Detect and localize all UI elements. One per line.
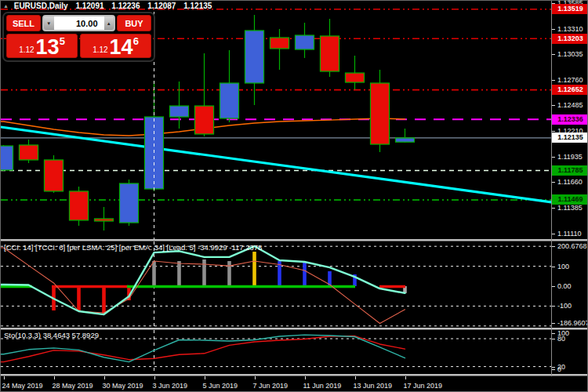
candle-11-jun-2019 xyxy=(296,23,314,58)
panel-separator[interactable] xyxy=(1,328,588,330)
candle-30-may-2019 xyxy=(95,207,114,230)
price-tick-mark xyxy=(552,208,555,209)
cci-tick-label: 0.00 xyxy=(557,282,572,290)
date-tick-label: 30 May 2019 xyxy=(103,382,143,390)
price-tick-mark xyxy=(552,234,555,234)
candle-4-jun-2019 xyxy=(170,82,189,129)
date-tick-mark xyxy=(255,376,256,379)
price-tick-mark xyxy=(552,131,555,132)
date-tick-mark xyxy=(54,376,55,379)
date-tick-mark xyxy=(154,376,155,379)
buy-price-big-figure: 1.12 xyxy=(93,45,107,54)
date-tick-mark xyxy=(405,376,406,379)
price-tick-label: 1.11110 xyxy=(557,230,582,238)
stoch-tick-mark xyxy=(552,333,555,334)
volume-input[interactable] xyxy=(54,16,104,30)
symbol-period-label: EURUSD,Daily xyxy=(14,2,68,10)
candle-5-jun-2019 xyxy=(195,53,214,136)
price-tick-label: 1.11935 xyxy=(557,153,583,161)
sell-price-pips: 13 xyxy=(36,37,60,57)
buy-button[interactable]: BUY xyxy=(117,15,151,31)
candle-12-jun-2019 xyxy=(321,19,339,77)
ohlc-high: 1.12236 xyxy=(111,2,140,10)
date-tick-mark xyxy=(205,376,205,379)
price-tick-label: 1.12760 xyxy=(557,76,583,84)
price-axis[interactable]: 1.135851.133101.130351.127601.124851.122… xyxy=(552,1,588,376)
price-tick-mark xyxy=(552,54,555,55)
price-tick-mark xyxy=(552,29,555,30)
candle-24-may-2019 xyxy=(1,145,13,171)
price-badge: 1.12135 xyxy=(552,132,588,143)
volume-increase-button[interactable]: ▲ xyxy=(104,16,114,30)
buy-price-fraction: 6 xyxy=(133,35,139,47)
candle-14-jun-2019 xyxy=(371,70,390,152)
volume-spinner: ▼ ▲ xyxy=(42,15,115,31)
candle-27-may-2019 xyxy=(20,140,38,163)
buy-price-button[interactable]: 1.12 14 6 xyxy=(80,34,151,58)
cci-tick-mark xyxy=(552,246,555,247)
stoch-tick-mark xyxy=(552,339,555,339)
date-tick-mark xyxy=(305,376,306,379)
date-tick-label: 11 Jun 2019 xyxy=(303,382,342,390)
ohlc-close: 1.12135 xyxy=(183,2,212,10)
price-tick-mark xyxy=(552,105,555,106)
sell-price-fraction: 5 xyxy=(60,35,65,47)
stoch-tick-label: 0 xyxy=(557,365,561,373)
date-tick-mark xyxy=(355,376,356,379)
date-tick-label: 7 Jun 2019 xyxy=(253,382,289,390)
cci-tick-mark xyxy=(552,267,555,267)
buy-price-pips: 14 xyxy=(110,37,133,57)
date-tick-label: 13 Jun 2019 xyxy=(354,382,393,390)
ohlc-open: 1.12091 xyxy=(75,2,103,10)
cci-tick-mark xyxy=(552,306,555,307)
date-tick-label: 5 Jun 2019 xyxy=(203,382,238,390)
price-tick-label: 1.12485 xyxy=(557,101,583,109)
volume-decrease-button[interactable]: ▼ xyxy=(44,16,54,30)
one-click-trading-widget: SELL ▼ ▲ BUY 1.12 13 5 1.12 14 6 xyxy=(2,12,155,62)
candle-7-jun-2019 xyxy=(245,15,264,105)
candle-17-jun-2019 xyxy=(396,129,415,143)
candle-6-jun-2019 xyxy=(220,50,239,122)
price-tick-mark xyxy=(552,182,555,183)
price-badge: 1.11785 xyxy=(552,165,588,176)
candle-13-jun-2019 xyxy=(346,56,365,89)
price-badge: 1.13519 xyxy=(552,4,588,14)
price-tick-label: 1.13310 xyxy=(557,25,583,33)
cci-tick-label: 200.6768 xyxy=(557,242,587,250)
price-tick-mark xyxy=(552,80,555,81)
panel-separator[interactable] xyxy=(1,239,588,241)
mt4-chart-window: 1.135851.133101.130351.127601.124851.122… xyxy=(0,0,588,392)
date-tick-label: 3 Jun 2019 xyxy=(153,382,188,390)
date-tick-label: 24 May 2019 xyxy=(2,382,43,390)
cci-indicator-chart[interactable] xyxy=(1,241,551,328)
collapse-marker-icon: ▲ xyxy=(3,3,9,9)
stoch-tick-mark xyxy=(552,369,555,370)
candle-28-may-2019 xyxy=(45,155,64,193)
date-tick-label: 17 Jun 2019 xyxy=(404,382,443,390)
price-tick-label: 1.13035 xyxy=(557,50,583,58)
date-tick-mark xyxy=(4,376,5,379)
date-tick-mark xyxy=(104,376,105,379)
sell-price-button[interactable]: 1.12 13 5 xyxy=(6,34,78,58)
sell-button[interactable]: SELL xyxy=(6,15,41,31)
stoch-tick-label: 80 xyxy=(557,335,565,343)
price-tick-mark xyxy=(552,157,555,158)
cci-tick-label: -100 xyxy=(557,302,572,310)
cci-tick-mark xyxy=(552,286,555,287)
chart-title: ▲ EURUSD,Daily 1.12091 1.12236 1.12087 1… xyxy=(3,2,217,10)
stoch-tick-mark xyxy=(552,367,555,368)
candle-31-may-2019 xyxy=(120,180,139,226)
stochastic-indicator-label: Sto(10,3,3) 38.4643 57.8929 xyxy=(4,331,99,339)
sell-price-big-figure: 1.12 xyxy=(19,45,34,54)
price-badge: 1.12652 xyxy=(552,85,588,95)
cci-tick-mark xyxy=(552,323,555,324)
candle-29-may-2019 xyxy=(70,187,89,226)
date-axis[interactable]: 24 May 201928 May 201930 May 20193 Jun 2… xyxy=(1,376,588,392)
cci-tick-label: -186.9607 xyxy=(557,319,588,327)
candle-3-jun-2019 xyxy=(145,81,164,191)
price-badge: 1.11469 xyxy=(552,194,588,205)
cci-tick-label: 100 xyxy=(557,263,569,270)
date-tick-label: 28 May 2019 xyxy=(53,382,93,390)
price-badge: 1.12336 xyxy=(552,114,588,125)
price-tick-label: 1.11660 xyxy=(557,178,583,186)
